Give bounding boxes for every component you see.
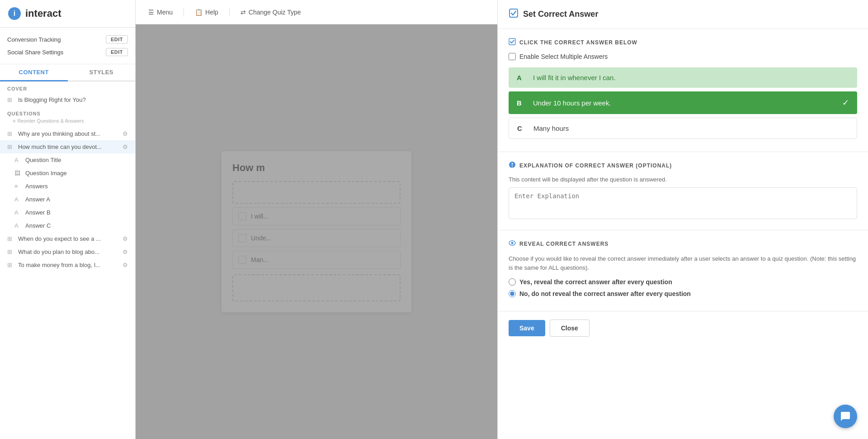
sidebar-sub-question-title[interactable]: A Question Title: [0, 153, 135, 167]
menu-label: Menu: [157, 9, 173, 16]
reorder-link[interactable]: ≡ Reorder Questions & Answers: [0, 117, 135, 127]
reorder-icon: ≡: [13, 118, 15, 124]
explanation-section: EXPLANATION OF CORRECT ANSWER (OPTIONAL)…: [498, 152, 868, 230]
cover-icon: ⊞: [7, 96, 14, 103]
sidebar-item-q4[interactable]: ⊞ What do you plan to blog abo... ⚙: [0, 245, 135, 258]
reveal-no-radio[interactable]: [509, 290, 516, 297]
enable-multiple-checkbox[interactable]: [509, 53, 516, 60]
sidebar-item-q2[interactable]: ⊞ How much time can you devot... ⚙: [0, 140, 135, 153]
answer-c-icon: A: [14, 222, 22, 229]
answer-option-c[interactable]: C Many hours: [509, 118, 857, 139]
svg-point-5: [511, 242, 514, 244]
sidebar-sub-question-image[interactable]: 🖼 Question Image: [0, 167, 135, 180]
help-label: Help: [205, 9, 218, 16]
answers-text: Answers: [25, 183, 128, 190]
sidebar-tabs: CONTENT STYLES: [0, 64, 135, 81]
sidebar-sub-answer-c[interactable]: A Answer C: [0, 219, 135, 232]
explanation-heading: EXPLANATION OF CORRECT ANSWER (OPTIONAL): [509, 161, 857, 170]
change-quiz-type-button[interactable]: ⇄ Change Quiz Type: [239, 9, 303, 16]
sidebar-sub-answer-b[interactable]: A Answer B: [0, 206, 135, 219]
cover-section-label: COVER: [0, 81, 135, 93]
conversion-tracking-label: Conversion Tracking: [7, 36, 61, 43]
cover-item-text: Is Blogging Right for You?: [18, 96, 128, 103]
answer-a-text: Answer A: [25, 196, 128, 203]
panel-title-icon: [509, 8, 519, 20]
conversion-tracking-edit-button[interactable]: EDIT: [106, 35, 128, 43]
q5-icon: ⊞: [7, 262, 14, 268]
social-share-edit-button[interactable]: EDIT: [106, 48, 128, 56]
answer-b-icon: A: [14, 209, 22, 216]
sidebar-item-q3[interactable]: ⊞ When do you expect to see a ... ⚙: [0, 232, 135, 245]
q4-icon: ⊞: [7, 248, 14, 255]
sidebar-meta: Conversion Tracking EDIT Social Share Se…: [0, 28, 135, 64]
explanation-textarea[interactable]: [509, 187, 857, 219]
explanation-description: This content will be displayed after the…: [509, 176, 857, 183]
sidebar: i interact Conversion Tracking EDIT Soci…: [0, 0, 136, 439]
answers-icon: ≡: [14, 183, 22, 190]
correct-answer-heading-text: CLICK THE CORRECT ANSWER BELOW: [519, 39, 637, 46]
answer-option-b[interactable]: B Under 10 hours per week. ✓: [509, 91, 857, 114]
social-share-label: Social Share Settings: [7, 49, 63, 56]
q2-text: How much time can you devot...: [18, 143, 119, 150]
reveal-description: Choose if you would like to reveal the c…: [509, 254, 857, 272]
quiz-preview: How m I will... Unde... Man...: [136, 24, 497, 439]
enable-multiple-row: Enable Select Multiple Answers: [509, 53, 857, 60]
q1-text: Why are you thinking about st...: [18, 130, 119, 137]
q1-icon: ⊞: [7, 130, 14, 137]
logo-area: i interact: [0, 0, 135, 28]
answer-a-letter: A: [517, 74, 526, 81]
reveal-heading-icon: [509, 239, 516, 248]
menu-button[interactable]: ☰ Menu: [146, 9, 175, 16]
tab-content[interactable]: CONTENT: [0, 64, 68, 81]
explanation-heading-icon: [509, 161, 516, 170]
answer-a-icon: A: [14, 196, 22, 203]
correct-answer-heading: CLICK THE CORRECT ANSWER BELOW: [509, 38, 857, 47]
q4-gear-icon[interactable]: ⚙: [123, 248, 128, 255]
reveal-yes-label: Yes, reveal the correct answer after eve…: [519, 278, 672, 286]
logo-icon: i: [7, 6, 22, 21]
reveal-no-label: No, do not reveal the correct answer aft…: [519, 290, 691, 297]
header-divider-1: [184, 8, 184, 17]
sidebar-item-cover[interactable]: ⊞ Is Blogging Right for You?: [0, 93, 135, 106]
correct-answer-section: CLICK THE CORRECT ANSWER BELOW Enable Se…: [498, 29, 868, 152]
save-button[interactable]: Save: [509, 320, 545, 336]
questions-section-label: QUESTIONS: [0, 106, 135, 117]
answer-b-check-icon: ✓: [842, 98, 849, 108]
answer-option-a[interactable]: A I will fit it in whenever I can.: [509, 67, 857, 88]
panel-footer: Save Close: [498, 311, 868, 345]
reveal-heading-text: REVEAL CORRECT ANSWERS: [519, 241, 609, 247]
q2-gear-icon[interactable]: ⚙: [123, 143, 128, 150]
answer-c-text: Answer C: [25, 222, 128, 229]
tab-styles[interactable]: STYLES: [68, 64, 136, 81]
q3-text: When do you expect to see a ...: [18, 235, 119, 242]
enable-multiple-label: Enable Select Multiple Answers: [519, 53, 608, 60]
help-icon: 📋: [195, 9, 203, 16]
svg-rect-2: [509, 9, 518, 17]
chat-bubble[interactable]: [834, 405, 857, 428]
reveal-heading: REVEAL CORRECT ANSWERS: [509, 239, 857, 248]
conversion-tracking-row: Conversion Tracking EDIT: [7, 33, 128, 46]
menu-icon: ☰: [148, 9, 154, 16]
sidebar-item-q5[interactable]: ⊞ To make money from a blog, I... ⚙: [0, 258, 135, 272]
q5-gear-icon[interactable]: ⚙: [123, 262, 128, 268]
answer-b-option-text: Under 10 hours per week.: [533, 99, 842, 107]
answer-c-option-text: Many hours: [533, 124, 849, 132]
change-quiz-icon: ⇄: [241, 9, 246, 16]
sidebar-sub-answer-a[interactable]: A Answer A: [0, 193, 135, 206]
social-share-row: Social Share Settings EDIT: [7, 46, 128, 58]
help-button[interactable]: 📋 Help: [193, 9, 220, 16]
change-quiz-label: Change Quiz Type: [249, 9, 301, 16]
main-header: ☰ Menu 📋 Help ⇄ Change Quiz Type: [136, 0, 497, 24]
close-button[interactable]: Close: [550, 320, 590, 337]
sidebar-item-q1[interactable]: ⊞ Why are you thinking about st... ⚙: [0, 127, 135, 140]
correct-answer-heading-icon: [509, 38, 516, 47]
q1-gear-icon[interactable]: ⚙: [123, 130, 128, 137]
reveal-no-row: No, do not reveal the correct answer aft…: [509, 290, 857, 297]
q2-icon: ⊞: [7, 143, 14, 150]
q3-gear-icon[interactable]: ⚙: [123, 235, 128, 242]
reveal-yes-radio[interactable]: [509, 278, 516, 286]
reveal-section: REVEAL CORRECT ANSWERS Choose if you wou…: [498, 230, 868, 311]
answer-c-letter: C: [517, 124, 526, 132]
header-divider-2: [229, 8, 230, 17]
sidebar-sub-answers[interactable]: ≡ Answers: [0, 180, 135, 193]
